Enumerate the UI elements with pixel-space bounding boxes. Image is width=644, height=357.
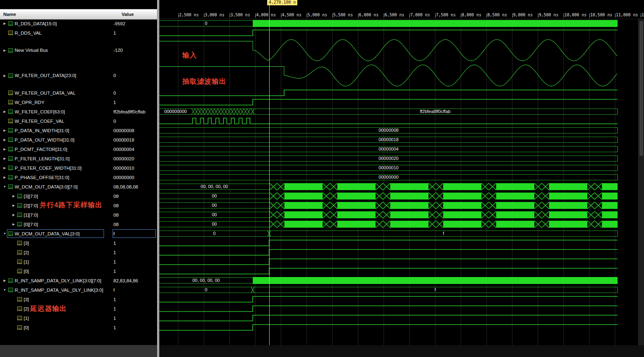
signal-row-R_DDS_VAL[interactable]: ▶R_DDS_VAL (0, 28, 110, 38)
wave-row-[2][interactable] (159, 306, 617, 312)
collapse-icon[interactable]: ▼ (2, 288, 7, 292)
signal-row-[1][interactable]: ▶[1] (0, 313, 110, 323)
wave-row-W_FILTER_COEF[63:0][interactable]: 000000000ff2bfea8ff0cffab (159, 109, 617, 115)
signal-value-R_INT_SAMP_DATA_DLY_LINK[3:0][7:0][interactable]: 82,83,84,86 (110, 276, 157, 285)
signal-value-[2][interactable]: 1 (110, 248, 157, 257)
expand-icon[interactable]: ▶ (11, 194, 16, 198)
wave-row-P_DATA_OUT_WIDTH[31:0][interactable]: 00000018 (159, 137, 617, 143)
wave-row-W_DCM_OUT_DATA_VAL[3:0][interactable]: 0f (159, 231, 617, 237)
vertical-scrollbar[interactable] (638, 19, 644, 345)
signal-row-R_INT_SAMP_DATA_VAL_DLY_LINK[3:0][interactable]: ▼R_INT_SAMP_DATA_VAL_DLY_LINK[3:0] (0, 285, 110, 295)
signal-row-[3][7:0][interactable]: ▶[3][7:0] (0, 191, 110, 201)
signal-value-P_DATA_OUT_WIDTH[31:0][interactable]: 00000018 (110, 135, 157, 144)
signal-value-P_PHASE_OFFSET[31:0][interactable]: 00000000 (110, 173, 157, 182)
wave-row-R_DDS_VAL[interactable] (159, 30, 617, 36)
expand-icon[interactable]: ▶ (2, 74, 7, 78)
wave-row-R_INT_SAMP_DATA_DLY_LINK[3:0][7:0][interactable]: 00, 00, 00, 00 (159, 277, 617, 284)
name-column-header[interactable]: Name (0, 9, 110, 20)
wave-row-[2][interactable] (159, 250, 617, 255)
wave-row-[1][interactable] (159, 259, 617, 265)
expand-icon[interactable]: ▶ (11, 213, 16, 217)
names-horizontal-scrollbar[interactable] (0, 345, 110, 357)
signal-value-[3][interactable]: 1 (110, 238, 157, 248)
wave-row-[3][interactable] (159, 240, 617, 246)
wave-row-W_DCM_OUT_DATA[3:0][7:0][interactable]: 00, 00, 00, 00 (159, 183, 617, 190)
signal-row-P_FILTER_COEF_WIDTH[31:0][interactable]: ▶P_FILTER_COEF_WIDTH[31:0] (0, 163, 110, 173)
waveform-canvas[interactable]: 0000000000ff2bfea8ff0cffab00000008000000… (159, 19, 644, 345)
signal-row-[3][interactable]: ▶[3] (0, 295, 110, 304)
signal-value-W_DCM_OUT_DATA_VAL[3:0][interactable]: f (110, 229, 157, 238)
cursor-line[interactable] (269, 5, 270, 345)
wave-row-[2][7:0][interactable]: 00 (159, 202, 617, 209)
signal-row-W_DCM_OUT_DATA[3:0][7:0][interactable]: ▼W_DCM_OUT_DATA[3:0][7:0] (0, 182, 110, 191)
values-horizontal-scrollbar[interactable] (110, 345, 157, 357)
signal-row-W_OPR_RDY[interactable]: ▶W_OPR_RDY (0, 98, 110, 107)
value-column-header[interactable]: Value (110, 9, 157, 20)
signal-row-R_DDS_DATA[15:0][interactable]: ▶R_DDS_DATA[15:0] (0, 19, 110, 28)
signal-value-W_FILTER_OUT_DATA_VAL[interactable]: 0 (110, 88, 157, 98)
expand-icon[interactable]: ▶ (2, 129, 7, 132)
wave-row-[0][interactable] (159, 325, 617, 330)
signal-value-[2][7:0][interactable]: 08 (110, 201, 157, 210)
expand-icon[interactable]: ▶ (2, 110, 7, 113)
signal-value-[2][interactable]: 1 (110, 304, 157, 313)
signal-value-[3][7:0][interactable]: 08 (110, 191, 157, 201)
signal-row-P_DCMT_FACTOR[31:0][interactable]: ▶P_DCMT_FACTOR[31:0] (0, 144, 110, 154)
wave-row-W_FILTER_OUT_DATA[23:0][interactable] (159, 65, 617, 86)
wave-row-[1][7:0][interactable]: 00 (159, 211, 617, 218)
signal-value-W_FILTER_OUT_DATA[23:0][interactable]: 0 (110, 63, 157, 88)
expand-icon[interactable]: ▶ (2, 147, 7, 151)
signal-row-W_FILTER_COEF[63:0][interactable]: ▶W_FILTER_COEF[63:0] (0, 107, 110, 116)
wave-row-W_OPR_RDY[interactable] (159, 100, 617, 105)
signal-row-P_FILTER_LENGTH[31:0][interactable]: ▶P_FILTER_LENGTH[31:0] (0, 154, 110, 163)
expand-icon[interactable]: ▶ (2, 22, 7, 25)
vertical-scrollbar-thumb[interactable] (640, 21, 643, 156)
signal-value-[1][interactable]: 1 (110, 257, 157, 266)
signal-row-P_DATA_IN_WIDTH[31:0][interactable]: ▶P_DATA_IN_WIDTH[31:0] (0, 126, 110, 135)
signal-value-New Virtual Bus[interactable]: -120 (110, 38, 157, 63)
expand-icon[interactable]: ▶ (11, 204, 16, 207)
wave-row-W_FILTER_OUT_DATA_VAL[interactable] (159, 90, 617, 96)
expand-icon[interactable]: ▶ (2, 166, 7, 170)
wave-row-[0][7:0][interactable]: 00 (159, 221, 617, 228)
signal-value-R_DDS_DATA[15:0][interactable]: -9592 (110, 19, 157, 28)
signal-row-W_FILTER_COEF_VAL[interactable]: ▶W_FILTER_COEF_VAL (0, 116, 110, 126)
signal-value-P_FILTER_LENGTH[31:0][interactable]: 00000020 (110, 154, 157, 163)
wave-row-R_INT_SAMP_DATA_VAL_DLY_LINK[3:0][interactable]: 0f (159, 287, 617, 293)
wave-row-P_DCMT_FACTOR[31:0][interactable]: 00000004 (159, 146, 617, 152)
collapse-icon[interactable]: ▼ (2, 185, 7, 188)
wave-row-R_DDS_DATA[15:0][interactable]: 0 (159, 20, 617, 27)
signal-value-P_FILTER_COEF_WIDTH[31:0][interactable]: 00000010 (110, 163, 157, 173)
signal-row-[0][interactable]: ▶[0] (0, 266, 110, 276)
expand-icon[interactable]: ▶ (2, 49, 7, 52)
signal-value-P_DCMT_FACTOR[31:0][interactable]: 00000004 (110, 144, 157, 154)
signal-row-P_PHASE_OFFSET[31:0][interactable]: ▶P_PHASE_OFFSET[31:0] (0, 173, 110, 182)
signal-row-P_DATA_OUT_WIDTH[31:0][interactable]: ▶P_DATA_OUT_WIDTH[31:0] (0, 135, 110, 144)
signal-row-W_DCM_OUT_DATA_VAL[3:0][interactable]: ▼W_DCM_OUT_DATA_VAL[3:0] (0, 229, 110, 238)
cursor-time-flag[interactable]: 4,270.100 n (267, 0, 297, 5)
signal-row-[1][7:0][interactable]: ▶[1][7:0] (0, 210, 110, 220)
signal-value-[0][interactable]: 1 (110, 266, 157, 276)
signal-row-[0][7:0][interactable]: ▶[0][7:0] (0, 220, 110, 229)
timeline-ruler[interactable]: 2,500 ns3,000 ns3,500 ns4,000 ns4,500 ns… (159, 9, 644, 19)
wave-row-[3][interactable] (159, 297, 617, 302)
wave-row-W_FILTER_COEF_VAL[interactable] (159, 118, 617, 124)
signal-row-W_FILTER_OUT_DATA[23:0][interactable]: ▶W_FILTER_OUT_DATA[23:0] (0, 63, 110, 88)
signal-row-W_FILTER_OUT_DATA_VAL[interactable]: ▶W_FILTER_OUT_DATA_VAL (0, 88, 110, 98)
waveform-panel[interactable]: 2,500 ns3,000 ns3,500 ns4,000 ns4,500 ns… (159, 0, 644, 357)
signal-row-R_INT_SAMP_DATA_DLY_LINK[3:0][7:0][interactable]: ▶R_INT_SAMP_DATA_DLY_LINK[3:0][7:0] (0, 276, 110, 285)
expand-icon[interactable]: ▶ (2, 175, 7, 179)
signal-value-[0][7:0][interactable]: 08 (110, 220, 157, 229)
signal-value-W_FILTER_COEF[63:0][interactable]: ff2bfea8ff0cffab (110, 107, 157, 116)
wave-row-P_DATA_IN_WIDTH[31:0][interactable]: 00000008 (159, 128, 617, 133)
wave-row-[0][interactable] (159, 268, 617, 274)
expand-icon[interactable]: ▶ (2, 157, 7, 160)
signal-value-R_INT_SAMP_DATA_VAL_DLY_LINK[3:0][interactable]: f (110, 285, 157, 295)
expand-icon[interactable]: ▶ (11, 222, 16, 226)
signal-value-W_OPR_RDY[interactable]: 1 (110, 98, 157, 107)
wave-row-P_FILTER_LENGTH[31:0][interactable]: 00000020 (159, 156, 617, 162)
signal-row-[2][interactable]: ▶[2] (0, 248, 110, 257)
signal-value-R_DDS_VAL[interactable]: 1 (110, 28, 157, 38)
signal-row-[1][interactable]: ▶[1] (0, 257, 110, 266)
wave-row-[3][7:0][interactable]: 00 (159, 193, 617, 200)
